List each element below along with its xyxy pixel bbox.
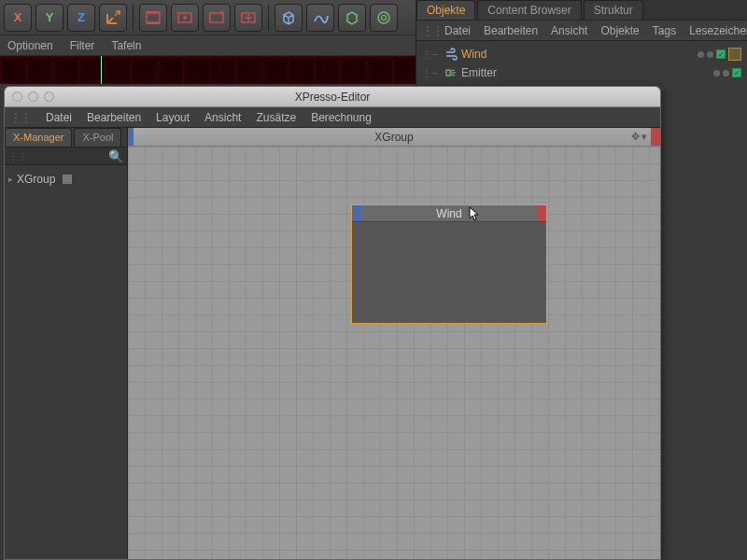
graph-title: XGroup bbox=[128, 131, 660, 144]
primitive-cube-button[interactable] bbox=[275, 4, 303, 32]
menu-edit[interactable]: Bearbeiten bbox=[87, 111, 141, 124]
window-title: XPresso-Editor bbox=[5, 91, 660, 104]
svg-rect-9 bbox=[446, 70, 450, 76]
render-picture-button[interactable] bbox=[203, 4, 231, 32]
xpresso-menubar: ⋮⋮ Datei Bearbeiten Layout Ansicht Zusät… bbox=[5, 107, 660, 128]
tree-connector-icon: ⋮┈ bbox=[422, 49, 441, 60]
tab-x-pool[interactable]: X-Pool bbox=[74, 128, 121, 147]
coord-system-button[interactable] bbox=[99, 4, 127, 32]
node-wind[interactable]: Wind bbox=[351, 204, 547, 324]
svg-rect-2 bbox=[147, 22, 160, 24]
menu-panels[interactable]: Tafeln bbox=[111, 39, 141, 52]
render-region-button[interactable] bbox=[171, 4, 199, 32]
xgroup-tree: ▸ XGroup bbox=[5, 165, 127, 193]
menu-tags[interactable]: Tags bbox=[653, 24, 676, 37]
search-icon[interactable]: 🔍 bbox=[108, 149, 123, 163]
visibility-render-icon[interactable] bbox=[707, 51, 713, 58]
toolbar-separator bbox=[133, 5, 134, 31]
menu-file[interactable]: Datei bbox=[444, 24, 471, 37]
node-title: Wind bbox=[352, 207, 546, 220]
expand-triangle-icon[interactable]: ▸ bbox=[8, 175, 13, 184]
render-view-button[interactable] bbox=[139, 4, 167, 32]
xpresso-body: X-Manager X-Pool ⋮⋮ 🔍 ▸ XGroup XGroup bbox=[5, 128, 660, 559]
axis-x-button[interactable]: X bbox=[4, 4, 32, 32]
tab-structure[interactable]: Struktur bbox=[584, 0, 643, 20]
move-icon[interactable]: ✥ bbox=[631, 131, 640, 143]
tab-content-browser[interactable]: Content Browser bbox=[477, 0, 581, 20]
node-body[interactable] bbox=[352, 222, 546, 323]
xpresso-graph-area: XGroup ✥ ▾ Wind bbox=[128, 128, 660, 559]
tree-connector-icon: ⋮┈ bbox=[422, 68, 441, 78]
node-header[interactable]: Wind bbox=[352, 205, 546, 222]
right-panel-tabs: Objekte Content Browser Struktur bbox=[416, 0, 747, 21]
menu-bookmarks[interactable]: Lesezeichen bbox=[689, 24, 747, 37]
menu-edit[interactable]: Bearbeiten bbox=[484, 24, 538, 37]
window-titlebar[interactable]: XPresso-Editor bbox=[5, 87, 660, 107]
emitter-object-icon bbox=[444, 66, 458, 79]
menu-calc[interactable]: Berechnung bbox=[311, 111, 372, 124]
graph-header-icons: ✥ ▾ bbox=[631, 131, 647, 143]
panel-grip-icon[interactable]: ⋮⋮ bbox=[10, 111, 31, 124]
svg-rect-5 bbox=[210, 13, 223, 22]
wind-object-icon bbox=[444, 48, 458, 61]
tree-row-xgroup[interactable]: ▸ XGroup bbox=[8, 171, 123, 188]
menu-extras[interactable]: Zusätze bbox=[256, 111, 296, 124]
toolbar-separator bbox=[268, 5, 269, 31]
enable-checkbox[interactable]: ✓ bbox=[716, 49, 726, 59]
render-settings-button[interactable] bbox=[234, 4, 262, 32]
xpresso-left-tabs: X-Manager X-Pool bbox=[5, 128, 127, 147]
xpresso-left-panel: X-Manager X-Pool ⋮⋮ 🔍 ▸ XGroup bbox=[5, 128, 128, 559]
panel-grip-icon[interactable]: ⋮⋮ bbox=[8, 151, 27, 161]
xpresso-tag-icon[interactable] bbox=[728, 48, 741, 61]
tab-x-manager[interactable]: X-Manager bbox=[5, 128, 72, 147]
panel-grip-icon[interactable]: ⋮⋮ bbox=[422, 24, 431, 37]
svg-point-4 bbox=[183, 16, 187, 20]
graph-canvas[interactable]: Wind bbox=[128, 147, 660, 559]
generator-button[interactable] bbox=[338, 4, 366, 32]
xpresso-search-row: ⋮⋮ 🔍 bbox=[5, 147, 127, 165]
dropdown-icon[interactable]: ▾ bbox=[641, 131, 647, 143]
menu-view[interactable]: Ansicht bbox=[551, 24, 587, 37]
tab-objects[interactable]: Objekte bbox=[416, 0, 475, 20]
object-manager-menu: ⋮⋮ Datei Bearbeiten Ansicht Objekte Tags… bbox=[416, 21, 747, 41]
axis-z-button[interactable]: Z bbox=[67, 4, 95, 32]
deformer-button[interactable] bbox=[370, 4, 398, 32]
menu-objects[interactable]: Objekte bbox=[600, 24, 639, 37]
svg-rect-0 bbox=[147, 13, 160, 22]
xpresso-editor-window: XPresso-Editor ⋮⋮ Datei Bearbeiten Layou… bbox=[4, 86, 661, 560]
menu-file[interactable]: Datei bbox=[46, 111, 72, 124]
object-row-emitter[interactable]: ⋮┈ Emitter ✓ bbox=[422, 63, 741, 82]
menu-filter[interactable]: Filter bbox=[70, 39, 95, 52]
menu-layout[interactable]: Layout bbox=[156, 111, 190, 124]
menu-options[interactable]: Optionen bbox=[7, 39, 53, 52]
visibility-editor-icon[interactable] bbox=[713, 70, 720, 77]
visibility-editor-icon[interactable] bbox=[698, 51, 704, 58]
menu-view[interactable]: Ansicht bbox=[204, 111, 241, 124]
tree-label-xgroup: XGroup bbox=[17, 173, 55, 186]
visibility-render-icon[interactable] bbox=[723, 70, 729, 77]
svg-point-8 bbox=[382, 15, 387, 20]
graph-header[interactable]: XGroup ✥ ▾ bbox=[128, 128, 660, 147]
svg-point-7 bbox=[378, 12, 389, 23]
svg-rect-1 bbox=[147, 11, 160, 13]
enable-checkbox[interactable]: ✓ bbox=[732, 68, 741, 77]
object-name-wind: Wind bbox=[461, 48, 486, 61]
spline-button[interactable] bbox=[306, 4, 334, 32]
tree-node-icon bbox=[63, 175, 72, 184]
axis-y-button[interactable]: Y bbox=[35, 4, 63, 32]
object-row-wind[interactable]: ⋮┈ Wind ✓ bbox=[422, 45, 741, 63]
object-name-emitter: Emitter bbox=[461, 66, 497, 79]
